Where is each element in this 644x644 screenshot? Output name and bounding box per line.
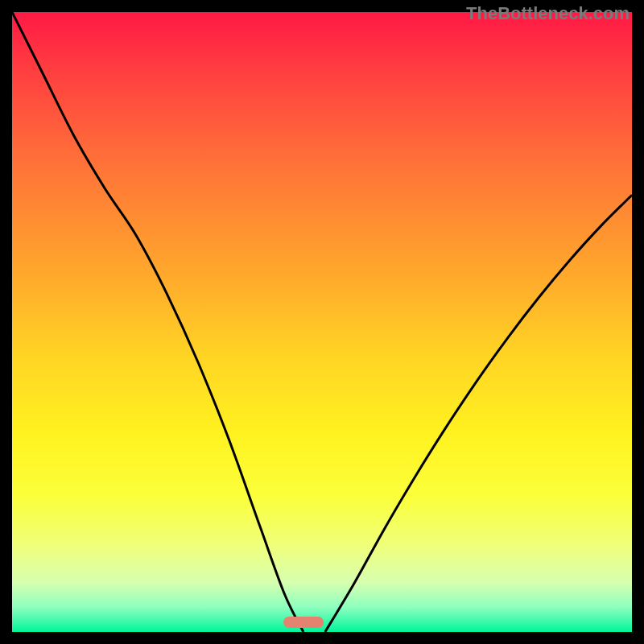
bottleneck-minimum-marker	[283, 617, 324, 628]
bottleneck-curve	[12, 12, 632, 632]
attribution-text: TheBottleneck.com	[466, 3, 630, 24]
right-branch-line	[325, 195, 632, 632]
left-branch-line	[12, 12, 303, 632]
bottleneck-gradient-plot	[12, 12, 632, 632]
